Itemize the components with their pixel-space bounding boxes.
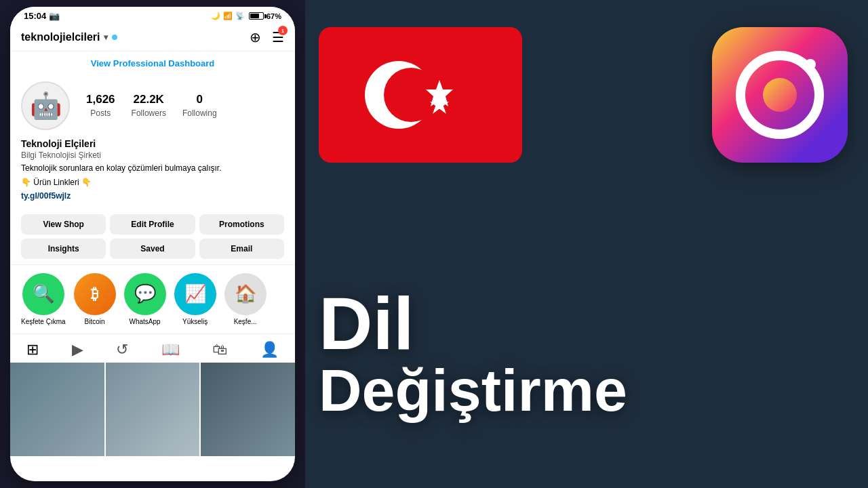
profile-bio: Teknolojik sorunlara en kolay çözümleri … — [21, 163, 284, 174]
highlight-label-whatsapp: WhatsApp — [130, 318, 161, 325]
home-icon: 🏠 — [235, 283, 256, 304]
highlight-label-yukselis: Yükseliş — [182, 318, 208, 325]
followers-count: 22.2K — [132, 93, 166, 106]
chart-icon: 📈 — [184, 283, 206, 304]
tab-tagged[interactable]: 👤 — [260, 341, 279, 359]
status-bar: 15:04 📷 🌙 📶 📡 67% — [10, 7, 295, 24]
post-thumb-2[interactable] — [106, 363, 200, 457]
tab-collab[interactable]: ↺ — [116, 341, 128, 359]
highlights-row: 🔍 Keşfete Çıkma ₿ Bitcoin 💬 WhatsApp 📈 — [10, 264, 295, 333]
highlight-kesfe[interactable]: 🏠 Keşfe... — [224, 273, 267, 325]
chevron-down-icon: ▾ — [104, 33, 108, 42]
phone-frame: 15:04 📷 🌙 📶 📡 67% teknolojielcileri ▾ — [10, 7, 295, 481]
profile-emoji-line: 👇 Ürün Linkleri 👇 — [21, 177, 284, 188]
ig-logo — [712, 27, 848, 163]
wifi-icon: 📶 — [223, 12, 233, 20]
highlight-label-kesfe: Keşfe... — [234, 318, 257, 325]
following-stat[interactable]: 0 Following — [182, 93, 217, 119]
tab-guides[interactable]: 📖 — [161, 341, 180, 359]
profile-name: Teknoloji Elçileri — [21, 138, 284, 149]
highlight-circle-yukselis: 📈 — [174, 273, 216, 315]
highlight-kesfete[interactable]: 🔍 Keşfete Çıkma — [21, 273, 66, 325]
tab-bar: ⊞ ▶ ↺ 📖 🛍 👤 — [10, 333, 295, 363]
right-section: Dil Değiştirme — [305, 0, 868, 488]
email-button[interactable]: Email — [199, 239, 284, 259]
signal-icon: 📡 — [235, 12, 245, 20]
pro-dashboard-bar: View Professional Dashboard — [10, 52, 295, 75]
highlight-circle-kesfete: 🔍 — [22, 273, 64, 315]
battery-icon — [249, 12, 264, 20]
edit-profile-button[interactable]: Edit Profile — [110, 214, 195, 235]
ig-logo-dot — [805, 59, 816, 70]
ig-logo-container — [712, 27, 848, 163]
tab-reels[interactable]: ▶ — [72, 341, 83, 359]
battery-percent: 67% — [267, 12, 281, 20]
stats-row: 1,626 Posts 22.2K Followers 0 Following — [86, 93, 217, 119]
title-line2: Değiştirme — [319, 361, 854, 420]
moon-icon: 🌙 — [211, 12, 220, 20]
status-time: 15:04 — [24, 11, 46, 21]
highlight-circle-whatsapp: 💬 — [124, 273, 166, 315]
post-thumb-1[interactable] — [10, 363, 104, 457]
tab-shop[interactable]: 🛍 — [212, 341, 227, 359]
view-shop-button[interactable]: View Shop — [21, 214, 106, 235]
whatsapp-icon: 💬 — [134, 283, 156, 304]
bitcoin-icon: ₿ — [91, 285, 98, 303]
profile-link[interactable]: ty.gl/00f5wjlz — [21, 191, 284, 201]
username-text: teknolojielcileri — [21, 31, 100, 43]
action-buttons: View Shop Edit Profile Promotions Insigh… — [10, 209, 295, 264]
pro-dashboard-link[interactable]: View Professional Dashboard — [91, 58, 215, 68]
topbar-icons: ⊕ ☰ 1 — [250, 29, 284, 45]
posts-label: Posts — [90, 108, 111, 118]
profile-picture: 🤖 — [30, 91, 62, 121]
highlight-label-kesfete: Keşfete Çıkma — [21, 318, 66, 325]
followers-stat[interactable]: 22.2K Followers — [132, 93, 166, 119]
highlight-yukselis[interactable]: 📈 Yükseliş — [174, 273, 216, 325]
add-post-button[interactable]: ⊕ — [250, 29, 261, 45]
saved-button[interactable]: Saved — [110, 239, 195, 259]
highlight-circle-bitcoin: ₿ — [74, 273, 116, 315]
insights-button[interactable]: Insights — [21, 239, 106, 259]
posts-grid — [10, 363, 295, 457]
promotions-button[interactable]: Promotions — [199, 214, 284, 235]
profile-section: 🤖 1,626 Posts 22.2K Followers 0 Followin… — [10, 75, 295, 209]
profile-stats: 🤖 1,626 Posts 22.2K Followers 0 Followin… — [21, 81, 284, 130]
highlight-label-bitcoin: Bitcoin — [85, 318, 105, 325]
tab-grid[interactable]: ⊞ — [26, 341, 39, 359]
search-icon: 🔍 — [33, 283, 54, 304]
highlight-whatsapp[interactable]: 💬 WhatsApp — [124, 273, 166, 325]
main-title: Dil Değiştirme — [319, 286, 854, 420]
turkey-flag — [319, 27, 522, 163]
following-label: Following — [182, 108, 217, 118]
turkey-flag-svg — [339, 41, 502, 149]
posts-stat[interactable]: 1,626 Posts — [86, 93, 115, 119]
notification-badge: 1 — [278, 26, 288, 35]
ig-topbar: teknolojielcileri ▾ ⊕ ☰ 1 — [10, 24, 295, 52]
highlight-bitcoin[interactable]: ₿ Bitcoin — [74, 273, 116, 325]
avatar: 🤖 — [21, 81, 70, 130]
title-line1: Dil — [319, 286, 854, 361]
ig-logo-lens — [763, 78, 797, 112]
username-area[interactable]: teknolojielcileri ▾ — [21, 31, 117, 43]
highlight-circle-kesfe: 🏠 — [224, 273, 267, 315]
post-thumb-3[interactable] — [201, 363, 295, 457]
live-dot — [112, 35, 117, 40]
profile-subtitle: Bilgi Teknolojisi Şirketi — [21, 150, 284, 160]
camera-icon: 📷 — [49, 11, 60, 21]
menu-button[interactable]: ☰ 1 — [272, 29, 284, 45]
phone-section: 15:04 📷 🌙 📶 📡 67% teknolojielcileri ▾ — [0, 0, 305, 488]
svg-point-1 — [384, 68, 438, 122]
turkey-flag-container — [319, 27, 522, 163]
posts-count: 1,626 — [86, 93, 115, 106]
following-count: 0 — [182, 93, 217, 106]
followers-label: Followers — [132, 108, 166, 118]
